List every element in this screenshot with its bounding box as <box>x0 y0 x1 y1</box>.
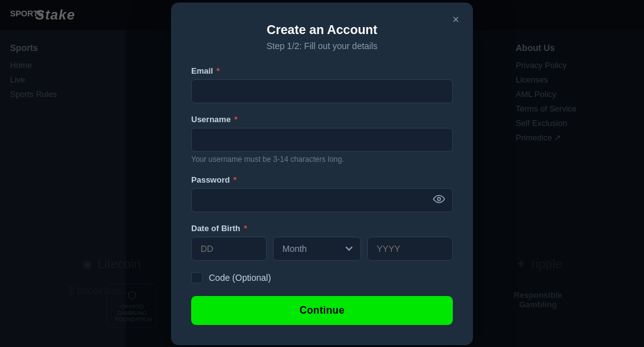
svg-point-0 <box>438 197 441 200</box>
modal-overlay: × Create an Account Step 1/2: Fill out y… <box>0 0 644 347</box>
password-group: Password * <box>191 175 453 212</box>
eye-icon <box>433 194 445 204</box>
dob-label: Date of Birth * <box>191 224 453 233</box>
dob-month-wrapper: Month January February March April May J… <box>273 237 361 261</box>
code-checkbox[interactable] <box>191 272 203 283</box>
create-account-modal: × Create an Account Step 1/2: Fill out y… <box>171 3 473 345</box>
code-label: Code (Optional) <box>209 273 271 283</box>
dob-group: Date of Birth * Month January February M… <box>191 224 453 261</box>
email-required-marker: * <box>216 66 219 76</box>
username-input[interactable] <box>191 128 453 152</box>
dob-year-wrapper <box>367 237 453 261</box>
username-required-marker: * <box>235 115 238 124</box>
username-group: Username * Your username must be 3-14 ch… <box>191 115 453 164</box>
dob-required-marker: * <box>244 224 247 233</box>
password-toggle-button[interactable] <box>433 194 445 207</box>
email-group: Email * <box>191 66 453 103</box>
dob-year-input[interactable] <box>367 237 453 261</box>
password-input[interactable] <box>191 188 453 212</box>
dob-day-input[interactable] <box>191 237 267 261</box>
username-hint: Your username must be 3-14 characters lo… <box>191 155 453 164</box>
password-required-marker: * <box>233 175 236 185</box>
modal-subtitle: Step 1/2: Fill out your details <box>191 41 453 51</box>
dob-row: Month January February March April May J… <box>191 237 453 261</box>
password-label: Password * <box>191 175 453 185</box>
email-label: Email * <box>191 66 453 76</box>
email-input[interactable] <box>191 79 453 103</box>
username-label: Username * <box>191 115 453 124</box>
code-row: Code (Optional) <box>191 272 453 283</box>
close-button[interactable]: × <box>448 11 463 28</box>
password-wrapper <box>191 188 453 212</box>
continue-button[interactable]: Continue <box>191 296 453 325</box>
modal-title: Create an Account <box>191 23 453 37</box>
dob-day-wrapper <box>191 237 267 261</box>
dob-month-select[interactable]: Month January February March April May J… <box>273 237 361 261</box>
